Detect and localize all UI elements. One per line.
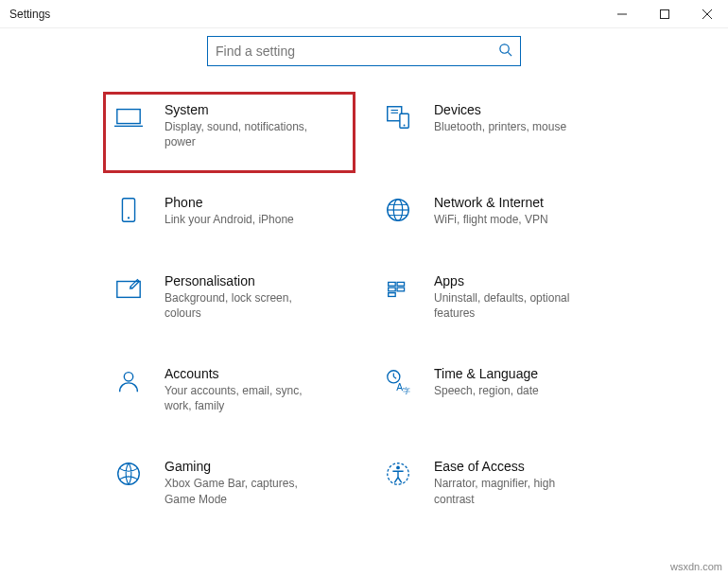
svg-rect-23	[397, 282, 405, 286]
maximize-icon	[660, 9, 669, 19]
category-title: Phone	[165, 195, 294, 210]
window-controls	[600, 0, 728, 27]
system-icon	[113, 102, 144, 132]
category-desc: Link your Android, iPhone	[165, 212, 294, 227]
search-container	[19, 36, 709, 66]
close-icon	[702, 9, 712, 19]
category-devices[interactable]: Devices Bluetooth, printers, mouse	[383, 102, 615, 149]
categories-grid: System Display, sound, notifications, po…	[19, 102, 709, 507]
svg-line-5	[508, 52, 511, 56]
category-desc: Your accounts, email, sync, work, family	[165, 383, 325, 413]
category-title: Accounts	[165, 366, 325, 381]
apps-icon	[383, 273, 413, 304]
devices-icon	[383, 102, 413, 132]
svg-point-14	[128, 218, 130, 219]
category-accounts[interactable]: Accounts Your accounts, email, sync, wor…	[113, 366, 345, 413]
category-gaming[interactable]: Gaming Xbox Game Bar, captures, Game Mod…	[113, 459, 345, 506]
globe-icon	[383, 195, 413, 225]
close-button[interactable]	[685, 0, 728, 27]
svg-rect-22	[389, 282, 396, 286]
category-desc: Narrator, magnifier, high contrast	[434, 476, 595, 506]
category-title: Personalisation	[165, 273, 325, 288]
category-desc: Background, lock screen, colours	[165, 290, 325, 321]
maximize-button[interactable]	[643, 0, 685, 27]
category-desc: Speech, region, date	[434, 383, 539, 398]
svg-rect-25	[397, 288, 405, 291]
category-desc: Bluetooth, printers, mouse	[434, 119, 566, 134]
category-apps[interactable]: Apps Uninstall, defaults, optional featu…	[383, 273, 615, 321]
category-title: System	[165, 102, 325, 117]
svg-point-33	[118, 463, 140, 485]
watermark: wsxdn.com	[670, 561, 722, 572]
minimize-button[interactable]	[600, 0, 643, 27]
category-network[interactable]: Network & Internet WiFi, flight mode, VP…	[383, 195, 615, 227]
svg-rect-6	[117, 110, 140, 124]
minimize-icon	[617, 9, 627, 19]
personalisation-icon	[113, 273, 144, 304]
search-icon	[498, 43, 512, 61]
svg-rect-26	[389, 292, 396, 296]
content-area: System Display, sound, notifications, po…	[0, 36, 728, 526]
category-system[interactable]: System Display, sound, notifications, po…	[113, 102, 345, 163]
category-time-language[interactable]: A字 Time & Language Speech, region, date	[383, 366, 615, 413]
category-ease-of-access[interactable]: Ease of Access Narrator, magnifier, high…	[383, 459, 615, 506]
svg-point-4	[500, 44, 509, 52]
window-title: Settings	[9, 8, 50, 21]
search-box[interactable]	[207, 36, 521, 66]
svg-text:字: 字	[403, 386, 410, 395]
ease-of-access-icon	[383, 459, 413, 489]
category-phone[interactable]: Phone Link your Android, iPhone	[113, 195, 345, 227]
svg-rect-24	[389, 288, 396, 291]
titlebar: Settings	[0, 0, 728, 28]
time-language-icon: A字	[383, 366, 413, 396]
svg-line-30	[393, 376, 396, 378]
phone-icon	[113, 195, 144, 225]
category-title: Ease of Access	[434, 459, 595, 474]
category-title: Apps	[434, 273, 595, 288]
gaming-icon	[113, 459, 144, 489]
accounts-icon	[113, 366, 144, 396]
category-desc: WiFi, flight mode, VPN	[434, 212, 548, 227]
category-title: Time & Language	[434, 366, 539, 381]
category-title: Devices	[434, 102, 566, 117]
category-title: Gaming	[165, 459, 325, 474]
category-personalisation[interactable]: Personalisation Background, lock screen,…	[113, 273, 345, 321]
category-desc: Xbox Game Bar, captures, Game Mode	[165, 476, 325, 506]
svg-point-12	[404, 125, 406, 127]
svg-point-21	[130, 288, 131, 289]
svg-point-27	[124, 373, 132, 381]
svg-point-35	[396, 466, 400, 470]
svg-rect-1	[660, 9, 668, 18]
category-desc: Uninstall, defaults, optional features	[434, 290, 595, 321]
search-input[interactable]	[216, 44, 498, 59]
category-desc: Display, sound, notifications, power	[165, 119, 325, 149]
category-title: Network & Internet	[434, 195, 548, 210]
